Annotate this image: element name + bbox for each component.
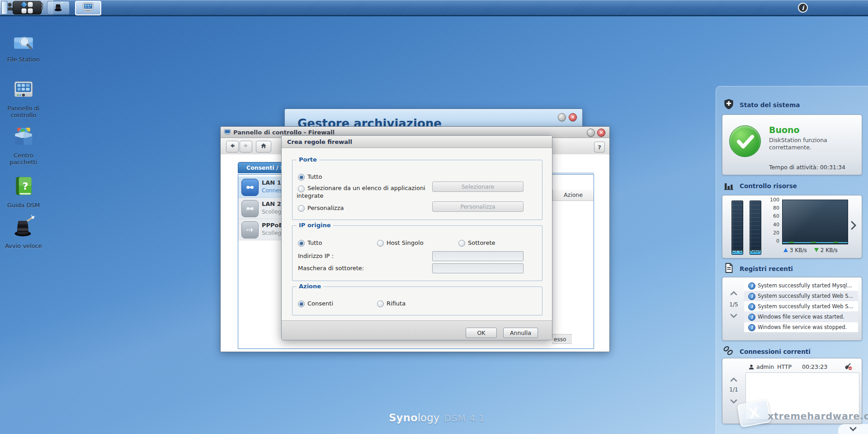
desktop-icon-quick-start[interactable]: Avvio veloce	[0, 215, 47, 249]
logs-page-up-icon[interactable]	[730, 289, 738, 295]
selezionare-button[interactable]: Selezionare	[432, 181, 524, 192]
status-ok-icon	[729, 125, 761, 157]
desktop-icon-package-center[interactable]: Centro pacchetti	[0, 125, 47, 166]
dsm-branding: SynologyDSM 4.1	[389, 412, 506, 424]
system-status-card: Buono DiskStation funziona correttamente…	[722, 114, 862, 175]
dialog-title: Crea regole firewall	[287, 138, 352, 145]
forward-button[interactable]	[240, 141, 252, 153]
firewall-window-title: Pannello di controllo - Firewall	[233, 129, 335, 136]
clipped-status-text: esso	[552, 334, 572, 344]
connection-time: 00:23:23	[802, 363, 827, 370]
lan-icon	[241, 200, 259, 217]
ram-meter	[750, 200, 761, 255]
connection-user: admin	[756, 363, 774, 370]
dsm-desktop: i	[0, 0, 868, 434]
info-circle-icon: i	[748, 324, 755, 331]
resource-more-chevron[interactable]	[850, 220, 857, 233]
close-icon[interactable]: ×	[597, 129, 605, 137]
desktop-icon-file-station[interactable]: File Station	[0, 29, 47, 63]
ip-address-label: Indirizzo IP :	[298, 253, 334, 259]
log-row[interactable]: i System successfully started Web S...	[744, 301, 858, 311]
log-row[interactable]: i Windows file service was started.	[744, 312, 858, 322]
help-book-icon: ?	[0, 175, 47, 199]
dsm-version: DSM 4.1	[444, 413, 485, 424]
system-state-description: DiskStation funziona correttamente.	[769, 137, 841, 151]
collapse-taskbar-handle[interactable]	[1, 1, 8, 14]
monitor-icon	[224, 129, 231, 138]
minimize-icon[interactable]	[558, 113, 566, 121]
radio-ip-sottorete[interactable]	[458, 240, 465, 247]
tab-consenti-nega[interactable]: Consenti / N	[238, 162, 288, 173]
fieldset-legend: IP origine	[297, 222, 333, 229]
download-rate: 2 KB/s	[814, 247, 838, 253]
radio-porte-elenco[interactable]	[298, 186, 305, 192]
desktop-icon-control-panel[interactable]: Pannello di controllo	[0, 78, 47, 119]
info-icon[interactable]: i	[797, 2, 808, 13]
log-document-icon	[723, 262, 734, 275]
ok-button[interactable]: OK	[466, 328, 497, 338]
disconnect-icon[interactable]	[844, 362, 853, 373]
system-status-header: Stato del sistema	[723, 99, 800, 111]
connections-header: Connessioni correnti	[722, 345, 811, 358]
radio-azione-consenti[interactable]	[298, 300, 305, 307]
logs-pager: 1/5	[727, 301, 741, 308]
log-row[interactable]: i System successfully started Web S...	[744, 291, 858, 301]
back-button[interactable]	[226, 141, 239, 153]
help-button[interactable]: ?	[594, 142, 605, 153]
home-button[interactable]	[256, 141, 271, 153]
cancel-button[interactable]: Annulla	[503, 328, 538, 338]
personalizza-button[interactable]: Personalizza	[432, 201, 524, 212]
home-icon	[260, 142, 267, 151]
lan-icon	[241, 179, 259, 196]
log-row[interactable]: i System successfully started Mysql...	[744, 281, 858, 291]
log-row[interactable]: i Windows file service was stopped.	[744, 322, 858, 332]
close-icon[interactable]: ×	[569, 113, 577, 121]
radio-azione-rifiuta[interactable]	[377, 300, 384, 307]
folder-search-icon	[0, 29, 47, 53]
recent-logs-card: 1/5 i System successfully started Mysql.…	[722, 277, 862, 341]
radio-ip-host-singolo[interactable]	[377, 240, 384, 247]
upload-arrow-icon	[783, 248, 788, 252]
info-circle-icon: i	[748, 314, 755, 321]
uptime-text: Tempo di attività: 00:31:34	[769, 164, 845, 171]
widget-title: Connessioni correnti	[740, 348, 811, 355]
connections-page-up-icon[interactable]	[730, 376, 738, 381]
dialog-titlebar[interactable]: Crea regole firewall	[282, 136, 552, 148]
upload-rate: 3 KB/s	[783, 247, 807, 253]
subnet-mask-input[interactable]	[432, 263, 524, 273]
connection-protocol: HTTP	[777, 363, 792, 370]
forward-arrow-icon	[242, 142, 250, 151]
logs-page-down-icon[interactable]	[730, 312, 738, 317]
desktop-icon-label: Avvio veloce	[3, 243, 44, 249]
pppoe-icon	[241, 221, 259, 238]
magic-hat-icon	[53, 1, 64, 14]
shield-icon	[723, 99, 734, 111]
quick-launch-task-button[interactable]	[47, 1, 70, 14]
ram-label: RAM	[746, 247, 764, 254]
radio-porte-tutto[interactable]	[298, 174, 305, 181]
cpu-meter	[731, 200, 743, 255]
connections-page-down-icon[interactable]	[730, 397, 738, 403]
column-header-azione[interactable]: Azione	[552, 190, 594, 200]
synology-logo-light: logy	[418, 412, 440, 424]
taskbar: i	[0, 0, 868, 16]
subnet-mask-label: Maschera di sottorete:	[298, 265, 364, 272]
desktop-icon-label: Centro pacchetti	[3, 152, 44, 166]
sidebar-scroll-tab[interactable]	[838, 424, 868, 434]
desktop-icon-label: Pannello di controllo	[3, 105, 44, 119]
watermark-text: xtremehardware.com	[768, 411, 868, 422]
user-silhouette-icon	[748, 363, 755, 372]
desktop-icon-label: File Station	[3, 56, 44, 63]
radio-ip-tutto[interactable]	[298, 240, 305, 247]
package-box-icon	[0, 125, 47, 149]
ip-address-input[interactable]	[432, 251, 524, 261]
magic-hat-icon	[0, 215, 47, 240]
desktop-icon-dsm-help[interactable]: ? Guida DSM	[0, 175, 47, 209]
system-state: Buono	[769, 125, 800, 135]
control-panel-task-button[interactable]	[75, 1, 101, 15]
minimize-icon[interactable]	[587, 129, 595, 137]
resource-monitor-header: Controllo risorse	[723, 180, 797, 192]
radio-porte-personalizza[interactable]	[298, 205, 305, 212]
fieldset-legend: Porte	[297, 156, 319, 163]
main-menu-button[interactable]	[13, 1, 42, 14]
